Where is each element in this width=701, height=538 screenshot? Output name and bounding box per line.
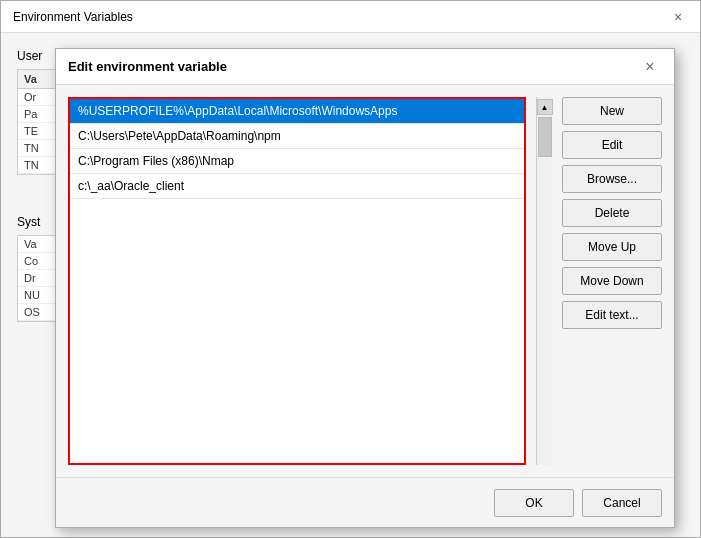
cancel-button[interactable]: Cancel [582, 489, 662, 517]
edit-button[interactable]: Edit [562, 131, 662, 159]
bg-close-icon[interactable]: × [668, 7, 688, 27]
dialog-footer: OK Cancel [56, 477, 674, 527]
scroll-up-button[interactable]: ▲ [537, 99, 553, 115]
path-item[interactable]: C:\Users\Pete\AppData\Roaming\npm [70, 124, 524, 149]
bg-window-title: Environment Variables [13, 10, 133, 24]
ok-button[interactable]: OK [494, 489, 574, 517]
new-button[interactable]: New [562, 97, 662, 125]
delete-button[interactable]: Delete [562, 199, 662, 227]
move-up-button[interactable]: Move Up [562, 233, 662, 261]
dialog-titlebar: Edit environment variable × [56, 49, 674, 85]
path-list[interactable]: %USERPROFILE%\AppData\Local\Microsoft\Wi… [68, 97, 526, 465]
edit-text-button[interactable]: Edit text... [562, 301, 662, 329]
path-item[interactable]: c:\_aa\Oracle_client [70, 174, 524, 199]
dialog-body: %USERPROFILE%\AppData\Local\Microsoft\Wi… [56, 85, 674, 477]
edit-env-dialog: Edit environment variable × %USERPROFILE… [55, 48, 675, 528]
dialog-close-button[interactable]: × [638, 55, 662, 79]
scrollbar[interactable]: ▲ [536, 97, 552, 465]
action-buttons: New Edit Browse... Delete Move Up Move D… [562, 97, 662, 465]
scrollbar-thumb[interactable] [538, 117, 552, 157]
dialog-title: Edit environment variable [68, 59, 227, 74]
browse-button[interactable]: Browse... [562, 165, 662, 193]
path-item[interactable]: %USERPROFILE%\AppData\Local\Microsoft\Wi… [70, 99, 524, 124]
move-down-button[interactable]: Move Down [562, 267, 662, 295]
path-item[interactable]: C:\Program Files (x86)\Nmap [70, 149, 524, 174]
bg-titlebar: Environment Variables × [1, 1, 700, 33]
